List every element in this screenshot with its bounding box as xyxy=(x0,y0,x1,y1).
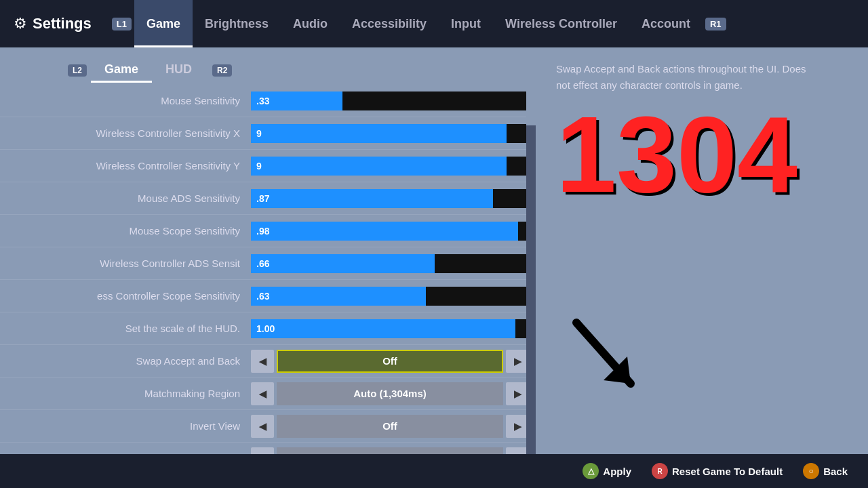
setting-label: Wireless Controller Sensitivity X xyxy=(0,127,251,139)
sub-tab-game[interactable]: Game xyxy=(91,58,152,83)
nav-tab-audio[interactable]: Audio xyxy=(281,0,340,47)
nav-tab-brightness[interactable]: Brightness xyxy=(193,0,281,47)
setting-label: Sprint Cancels Reloading xyxy=(0,453,251,454)
nav-tab-account[interactable]: Account xyxy=(629,0,703,47)
slider-fill: .66 xyxy=(251,254,435,273)
setting-row: Wireless Controller Sensitivity Y9 xyxy=(0,150,536,182)
nav-tab-game[interactable]: Game xyxy=(134,0,193,47)
nav-tab-input[interactable]: Input xyxy=(439,0,493,47)
toggle-value: Off xyxy=(277,415,503,438)
big-number: 1304 xyxy=(556,100,848,209)
slider-fill: .87 xyxy=(251,189,493,208)
setting-control: 9 xyxy=(251,157,536,176)
setting-row: ess Controller Scope Sensitivity.63 xyxy=(0,280,536,312)
toggle-container: ◀Off▶ xyxy=(251,350,529,373)
setting-row: Wireless Controller Sensitivity X9 xyxy=(0,117,536,150)
slider-container[interactable]: 9 xyxy=(251,157,529,176)
setting-row: Mouse ADS Sensitivity.87 xyxy=(0,182,536,215)
setting-control: ◀Off▶ xyxy=(251,415,536,438)
o-button[interactable]: ○ xyxy=(803,463,819,479)
setting-row: Set the scale of the HUD.1.00 xyxy=(0,312,536,345)
nav-tab-wireless-controller[interactable]: Wireless Controller xyxy=(493,0,629,47)
apply-label: Apply xyxy=(603,466,631,477)
toggle-container: ◀Off▶ xyxy=(251,415,529,438)
nav-tab-accessibility[interactable]: Accessibility xyxy=(340,0,439,47)
apply-action[interactable]: △ Apply xyxy=(583,463,631,479)
slider-fill: 9 xyxy=(251,124,507,143)
bottom-bar: △ Apply R Reset Game To Default ○ Back xyxy=(0,454,868,488)
slider-container[interactable]: .98 xyxy=(251,222,529,241)
triangle-button[interactable]: △ xyxy=(583,463,599,479)
right-panel: Swap Accept and Back actions throughout … xyxy=(536,47,868,454)
setting-row: Sprint Cancels Reloading◀Off▶ xyxy=(0,443,536,454)
setting-row: Wireless Controller ADS Sensit.66 xyxy=(0,247,536,280)
setting-control: ◀Off▶ xyxy=(251,447,536,455)
setting-label: ess Controller Scope Sensitivity xyxy=(0,290,251,302)
toggle-value: Off xyxy=(277,447,503,455)
toggle-left-arrow[interactable]: ◀ xyxy=(251,382,274,405)
setting-row: Matchmaking Region◀Auto (1,304ms)▶ xyxy=(0,378,536,410)
toggle-container: ◀Off▶ xyxy=(251,447,529,455)
l1-badge[interactable]: L1 xyxy=(112,18,132,30)
toggle-value: Auto (1,304ms) xyxy=(277,382,503,405)
setting-label: Set the scale of the HUD. xyxy=(0,323,251,334)
sub-tab-hud[interactable]: HUD xyxy=(152,58,205,83)
arrow-decoration xyxy=(563,316,644,400)
list-scrollbar[interactable] xyxy=(526,85,536,454)
info-text: Swap Accept and Back actions throughout … xyxy=(556,61,814,94)
toggle-left-arrow[interactable]: ◀ xyxy=(251,350,274,373)
toggle-container: ◀Auto (1,304ms)▶ xyxy=(251,382,529,405)
toggle-value: Off xyxy=(277,350,503,373)
slider-container[interactable]: .63 xyxy=(251,287,529,306)
toggle-left-arrow[interactable]: ◀ xyxy=(251,415,274,438)
setting-control: .87 xyxy=(251,189,536,208)
slider-fill: .63 xyxy=(251,287,426,306)
back-label: Back xyxy=(823,466,848,477)
app-title: Settings xyxy=(33,15,92,33)
setting-control: .63 xyxy=(251,287,536,306)
setting-control: 9 xyxy=(251,124,536,143)
back-action[interactable]: ○ Back xyxy=(803,463,848,479)
setting-row: Invert View◀Off▶ xyxy=(0,410,536,443)
reset-action[interactable]: R Reset Game To Default xyxy=(652,463,783,479)
setting-label: Swap Accept and Back xyxy=(0,355,251,367)
slider-container[interactable]: .66 xyxy=(251,254,529,273)
top-nav: ⚙ Settings L1 Game Brightness Audio Acce… xyxy=(0,0,868,47)
setting-control: .98 xyxy=(251,222,536,241)
r-button[interactable]: R xyxy=(652,463,668,479)
slider-container[interactable]: 1.00 xyxy=(251,319,529,338)
setting-label: Invert View xyxy=(0,420,251,432)
settings-icon: ⚙ xyxy=(14,15,27,33)
slider-container[interactable]: 9 xyxy=(251,124,529,143)
setting-label: Wireless Controller ADS Sensit xyxy=(0,258,251,269)
toggle-right-arrow[interactable]: ▶ xyxy=(506,350,529,373)
slider-fill: .98 xyxy=(251,222,518,241)
l2-badge[interactable]: L2 xyxy=(68,64,87,77)
toggle-right-arrow[interactable]: ▶ xyxy=(506,415,529,438)
setting-row: Swap Accept and Back◀Off▶ xyxy=(0,345,536,378)
reset-label: Reset Game To Default xyxy=(672,466,783,477)
r1-badge[interactable]: R1 xyxy=(705,18,726,30)
slider-fill: 9 xyxy=(251,157,507,176)
slider-fill: 1.00 xyxy=(251,319,515,338)
setting-row: Mouse Sensitivity.33 xyxy=(0,85,536,117)
left-panel: L2 Game HUD R2 Mouse Sensitivity.33Wirel… xyxy=(0,47,536,454)
setting-control: 1.00 xyxy=(251,319,536,338)
setting-control: ◀Auto (1,304ms)▶ xyxy=(251,382,536,405)
setting-label: Wireless Controller Sensitivity Y xyxy=(0,160,251,171)
slider-fill: .33 xyxy=(251,92,342,110)
toggle-right-arrow[interactable]: ▶ xyxy=(506,447,529,455)
setting-label: Mouse Sensitivity xyxy=(0,95,251,106)
toggle-right-arrow[interactable]: ▶ xyxy=(506,382,529,405)
sub-tabs: L2 Game HUD R2 xyxy=(0,47,536,85)
slider-container[interactable]: .87 xyxy=(251,189,529,208)
r2-badge[interactable]: R2 xyxy=(212,64,232,77)
slider-container[interactable]: .33 xyxy=(251,92,529,110)
setting-control: .33 xyxy=(251,92,536,110)
setting-label: Mouse Scope Sensitivity xyxy=(0,225,251,237)
setting-row: Mouse Scope Sensitivity.98 xyxy=(0,215,536,247)
app-logo: ⚙ Settings xyxy=(14,15,92,33)
toggle-left-arrow[interactable]: ◀ xyxy=(251,447,274,455)
settings-list: Mouse Sensitivity.33Wireless Controller … xyxy=(0,85,536,454)
setting-control: ◀Off▶ xyxy=(251,350,536,373)
